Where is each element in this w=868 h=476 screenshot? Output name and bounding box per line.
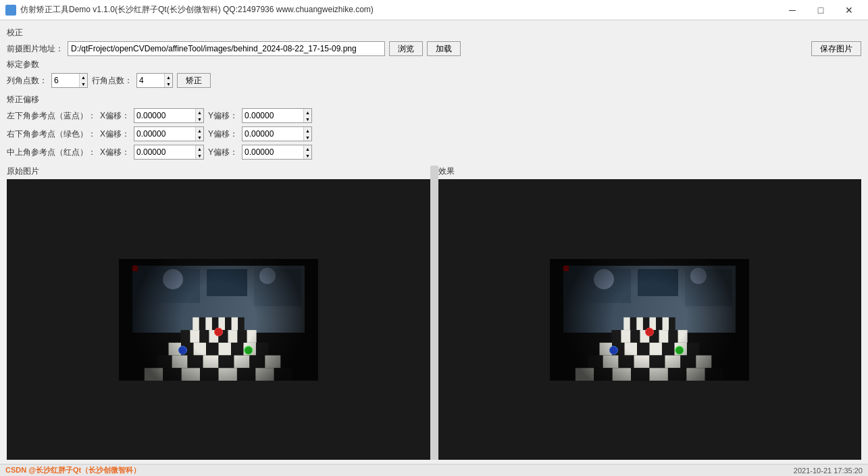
save-button[interactable]: 保存图片 [811,41,861,56]
timestamp-text: 2021-10-21 17:35:20 [794,467,863,475]
original-image-inner [7,179,430,460]
row-corners-down[interactable]: ▼ [165,80,172,87]
bottom-left-y-spinbox: ▲ ▼ [242,108,312,123]
minimize-button[interactable]: ─ [779,3,806,17]
bottom-left-x-spinbox: ▲ ▼ [134,108,204,123]
image-path-input[interactable] [68,41,385,56]
load-button[interactable]: 加载 [427,41,461,56]
file-path-row: 前摄图片地址： 浏览 加载 保存图片 [7,41,861,56]
bottom-left-y-input[interactable] [242,109,303,122]
top-center-x-down[interactable]: ▼ [196,152,203,159]
watermark-bar: CSDN @长沙红胖子Qt（长沙创微智科） 2021-10-21 17:35:2… [0,464,868,476]
bottom-right-label: 右下角参考点（绿色）： [7,128,96,140]
bottom-left-label: 左下角参考点（蓝点）： [7,110,96,122]
params-row: 列角点数： ▲ ▼ 行角点数： ▲ ▼ 矫正 [7,73,861,88]
window-controls: ─ □ ✕ [779,3,863,17]
original-panel: 原始图片 [7,166,430,460]
top-center-y-down[interactable]: ▼ [304,152,311,159]
bottom-left-y-down[interactable]: ▼ [304,116,311,122]
calibrate-button[interactable]: 矫正 [177,73,211,88]
watermark-text: CSDN @长沙红胖子Qt（长沙创微智科） [5,465,141,475]
col-corners-input[interactable] [52,74,79,87]
top-center-x-up[interactable]: ▲ [196,145,203,152]
bottom-right-y-label: Y偏移： [208,128,238,140]
original-image-display[interactable] [7,179,430,460]
top-center-x-label: X偏移： [100,147,130,158]
col-corners-spinbox: ▲ ▼ [51,73,88,88]
offset-title: 矫正偏移 [7,94,861,105]
splitter [430,166,438,460]
result-label: 效果 [438,166,862,177]
original-label: 原始图片 [7,166,430,177]
calibration-section: 校正 前摄图片地址： 浏览 加载 保存图片 [7,24,861,56]
bottom-left-y-up[interactable]: ▲ [304,109,311,116]
params-title: 标定参数 [7,59,861,70]
close-button[interactable]: ✕ [836,3,863,17]
top-center-y-label: Y偏移： [208,147,238,158]
bottom-left-x-label: X偏移： [100,110,130,122]
bottom-left-x-up[interactable]: ▲ [196,109,203,116]
result-canvas [550,259,749,381]
title-text: 仿射矫正工具Demo v1.1.0(长沙红胖子Qt(长沙创微智科) QQ:214… [20,4,374,16]
col-corners-up[interactable]: ▲ [80,74,87,80]
top-center-row: 中上角参考点（红点）： X偏移： ▲ ▼ Y偏移： ▲ ▼ [7,145,861,160]
original-canvas [119,259,318,381]
row-corners-input[interactable] [137,74,164,87]
app-icon [5,5,16,16]
offset-section: 矫正偏移 左下角参考点（蓝点）： X偏移： ▲ ▼ Y偏移： ▲ ▼ [7,91,861,163]
bottom-left-y-label: Y偏移： [208,110,238,122]
calibration-title: 校正 [7,27,861,39]
top-center-y-up[interactable]: ▲ [304,145,311,152]
image-path-label: 前摄图片地址： [7,43,63,55]
result-image-inner [438,179,862,460]
bottom-right-y-input[interactable] [242,127,303,141]
top-center-label: 中上角参考点（红点）： [7,147,96,158]
row-corners-up[interactable]: ▲ [165,74,172,80]
bottom-right-x-up[interactable]: ▲ [196,127,203,134]
row-corners-spinbox: ▲ ▼ [136,73,173,88]
bottom-right-y-down[interactable]: ▼ [304,134,311,141]
bottom-right-x-spinbox: ▲ ▼ [134,126,204,141]
result-image-display[interactable] [438,179,862,460]
params-section: 标定参数 列角点数： ▲ ▼ 行角点数： ▲ ▼ 矫正 [7,56,861,91]
top-center-y-spinbox: ▲ ▼ [242,145,312,160]
bottom-right-x-input[interactable] [134,127,195,141]
bottom-left-x-input[interactable] [134,109,195,122]
bottom-right-y-spinbox: ▲ ▼ [242,126,312,141]
top-center-x-input[interactable] [134,145,195,159]
bottom-right-x-label: X偏移： [100,128,130,140]
bottom-left-x-down[interactable]: ▼ [196,116,203,122]
col-corners-label: 列角点数： [7,75,47,87]
result-panel: 效果 [438,166,862,460]
main-content: 校正 前摄图片地址： 浏览 加载 保存图片 标定参数 列角点数： ▲ ▼ 行角点… [0,20,868,464]
bottom-right-row: 右下角参考点（绿色）： X偏移： ▲ ▼ Y偏移： ▲ ▼ [7,126,861,141]
col-corners-down[interactable]: ▼ [80,80,87,87]
bottom-right-x-down[interactable]: ▼ [196,134,203,141]
title-bar: 仿射矫正工具Demo v1.1.0(长沙红胖子Qt(长沙创微智科) QQ:214… [0,0,868,20]
bottom-right-y-up[interactable]: ▲ [304,127,311,134]
row-corners-label: 行角点数： [92,75,132,87]
maximize-button[interactable]: □ [807,3,834,17]
images-section: 原始图片 效果 [7,166,861,460]
bottom-left-row: 左下角参考点（蓝点）： X偏移： ▲ ▼ Y偏移： ▲ ▼ [7,108,861,123]
browse-button[interactable]: 浏览 [389,41,423,56]
title-bar-left: 仿射矫正工具Demo v1.1.0(长沙红胖子Qt(长沙创微智科) QQ:214… [5,4,374,16]
top-center-y-input[interactable] [242,145,303,159]
top-center-x-spinbox: ▲ ▼ [134,145,204,160]
